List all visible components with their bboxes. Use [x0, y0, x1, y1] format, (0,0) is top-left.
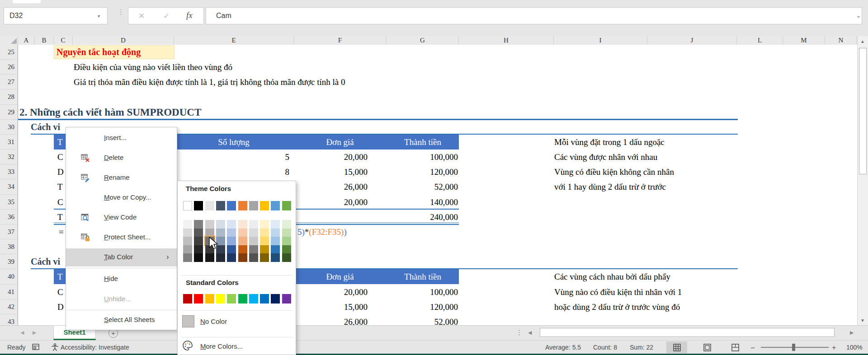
theme-variant-swatch[interactable] [227, 220, 236, 229]
column-header-B[interactable]: B [35, 36, 54, 45]
theme-variant-swatch[interactable] [271, 237, 280, 245]
zoom-in-icon[interactable]: + [832, 344, 836, 352]
theme-variant-swatch[interactable] [249, 253, 258, 262]
view-page-break-icon[interactable] [731, 344, 739, 351]
theme-variant-swatch[interactable] [194, 237, 203, 245]
theme-variant-swatch[interactable] [282, 245, 291, 254]
macro-record-icon[interactable] [32, 343, 40, 351]
theme-variant-swatch[interactable] [249, 220, 258, 229]
standard-color-swatch[interactable] [260, 294, 269, 304]
theme-variant-swatch[interactable] [238, 220, 247, 229]
name-box-dropdown-icon[interactable]: ▾ [98, 14, 100, 19]
zoom-out-icon[interactable]: − [750, 344, 755, 353]
theme-variant-swatch[interactable] [194, 245, 203, 254]
column-header-N[interactable]: N [825, 36, 857, 45]
menu-item-protect-sheet[interactable]: Protect Sheet... [66, 229, 177, 247]
standard-color-swatch[interactable] [249, 294, 258, 304]
theme-color-swatch[interactable] [249, 201, 258, 210]
theme-variant-swatch[interactable] [205, 229, 214, 237]
theme-variant-swatch[interactable] [260, 220, 269, 229]
view-normal-icon[interactable] [673, 344, 681, 351]
formula-bar-expand-icon[interactable]: ⌄ [856, 12, 861, 19]
theme-variant-swatch[interactable] [238, 253, 247, 262]
more-colors-item[interactable]: More Colors... [200, 342, 243, 350]
hscroll-left-icon[interactable]: ◀ [528, 330, 532, 336]
tab-nav-right-icon[interactable]: ▶ [33, 330, 36, 336]
theme-variant-swatch[interactable] [271, 229, 280, 237]
theme-color-swatch[interactable] [183, 201, 192, 210]
standard-color-swatch[interactable] [194, 294, 203, 304]
theme-variant-swatch[interactable] [238, 245, 247, 254]
column-header-H[interactable]: H [459, 36, 554, 45]
theme-color-swatch[interactable] [238, 201, 247, 210]
no-color-swatch[interactable] [182, 315, 194, 327]
row-header-25[interactable]: 25 [0, 45, 18, 60]
theme-variant-swatch[interactable] [227, 237, 236, 245]
theme-variant-swatch[interactable] [227, 245, 236, 254]
theme-variant-swatch[interactable] [194, 220, 203, 229]
standard-color-swatch[interactable] [238, 294, 247, 304]
theme-variant-swatch[interactable] [260, 253, 269, 262]
row-header-35[interactable]: 35 [0, 195, 18, 210]
column-header-C[interactable]: C [54, 36, 73, 45]
horizontal-scroll-thumb[interactable] [540, 328, 835, 337]
theme-variant-swatch[interactable] [282, 229, 291, 237]
scrollbar-divider-grip-icon[interactable]: ⋮ [516, 328, 523, 336]
menu-item-view-code[interactable]: View Code [66, 209, 177, 227]
hscroll-right-icon[interactable]: ▶ [850, 330, 854, 336]
standard-color-swatch[interactable] [282, 294, 291, 304]
row-header-42[interactable]: 42 [0, 299, 18, 314]
scroll-up-icon[interactable]: ▲ [860, 39, 865, 44]
accessibility-icon[interactable] [51, 343, 59, 351]
theme-variant-swatch[interactable] [205, 253, 214, 262]
cancel-icon[interactable]: ✕ [138, 11, 145, 21]
row-header-30[interactable]: 30 [0, 120, 18, 135]
menu-item-tab-color[interactable]: Tab Color› [66, 248, 177, 266]
row-header-34[interactable]: 34 [0, 179, 18, 194]
theme-variant-swatch[interactable] [227, 229, 236, 237]
theme-variant-swatch[interactable] [183, 237, 192, 245]
row-header-31[interactable]: 31 [0, 135, 18, 149]
theme-variant-swatch[interactable] [194, 253, 203, 262]
theme-color-swatch[interactable] [194, 201, 203, 210]
menu-item-insert[interactable]: Insert... [66, 129, 177, 147]
row-header-41[interactable]: 41 [0, 285, 18, 299]
menu-item-delete[interactable]: Delete [66, 149, 177, 167]
zoom-level[interactable]: 100% [846, 344, 863, 351]
row-header-37[interactable]: 37 [0, 224, 18, 239]
standard-color-swatch[interactable] [183, 294, 192, 304]
insert-function-icon[interactable]: fx [186, 10, 193, 20]
vertical-scroll-thumb[interactable] [859, 48, 867, 174]
row-header-26[interactable]: 26 [0, 60, 18, 75]
column-header-I[interactable]: I [554, 36, 647, 45]
theme-color-swatch[interactable] [227, 201, 236, 210]
theme-variant-swatch[interactable] [216, 253, 225, 262]
status-mode[interactable]: Ready [7, 344, 25, 351]
theme-variant-swatch[interactable] [183, 253, 192, 262]
menu-item-unhide[interactable]: Unhide... [66, 290, 177, 308]
theme-variant-swatch[interactable] [249, 245, 258, 254]
status-accessibility[interactable]: Accessibility: Investigate [61, 344, 129, 351]
row-header-43[interactable]: 43 [0, 314, 18, 325]
tab-nav-left-icon[interactable]: ◀ [20, 330, 24, 336]
no-color-item[interactable]: No Color [200, 318, 227, 325]
enter-icon[interactable]: ✓ [163, 11, 170, 21]
theme-color-swatch[interactable] [260, 201, 269, 210]
row-header-32[interactable]: 32 [0, 149, 18, 164]
theme-variant-swatch[interactable] [249, 237, 258, 245]
column-header-J[interactable]: J [647, 36, 737, 45]
standard-color-swatch[interactable] [205, 294, 214, 304]
theme-color-swatch[interactable] [216, 201, 225, 210]
theme-variant-swatch[interactable] [194, 229, 203, 237]
theme-variant-swatch[interactable] [205, 220, 214, 229]
row-header-38[interactable]: 38 [0, 239, 18, 254]
theme-variant-swatch[interactable] [260, 229, 269, 237]
row-header-28[interactable]: 28 [0, 89, 18, 104]
scroll-down-icon[interactable]: ▼ [860, 318, 865, 323]
row-header-36[interactable]: 36 [0, 210, 18, 224]
zoom-slider-handle[interactable] [792, 344, 795, 351]
theme-color-swatch[interactable] [271, 201, 280, 210]
theme-variant-swatch[interactable] [216, 229, 225, 237]
row-header-29[interactable]: 29 [0, 105, 18, 120]
row-header-39[interactable]: 39 [0, 254, 18, 269]
